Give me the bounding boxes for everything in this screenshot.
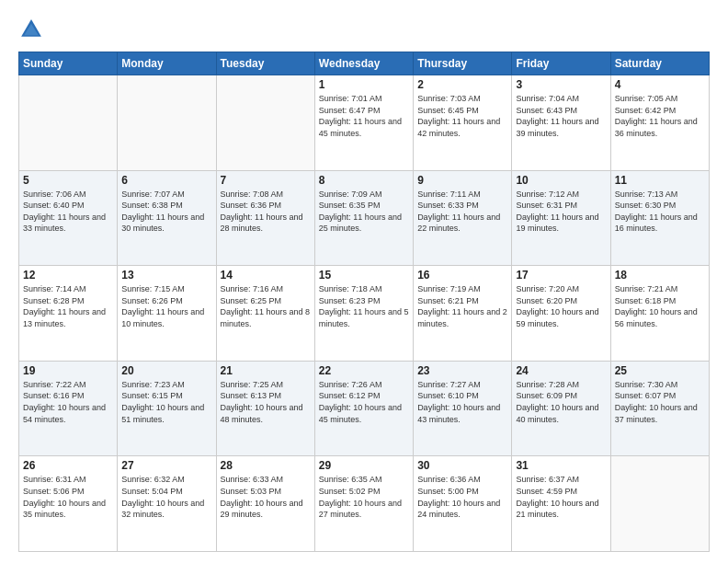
calendar-cell: 15Sunrise: 7:18 AM Sunset: 6:23 PM Dayli…: [314, 266, 413, 362]
calendar-cell: 24Sunrise: 7:28 AM Sunset: 6:09 PM Dayli…: [512, 361, 610, 456]
header: [18, 17, 710, 42]
calendar-cell: 23Sunrise: 7:27 AM Sunset: 6:10 PM Dayli…: [414, 361, 512, 456]
day-info: Sunrise: 7:07 AM Sunset: 6:38 PM Dayligh…: [121, 189, 211, 235]
day-number: 21: [221, 364, 311, 377]
day-number: 15: [319, 269, 409, 282]
calendar-week-row: 26Sunrise: 6:31 AM Sunset: 5:06 PM Dayli…: [19, 456, 710, 552]
calendar-cell: 9Sunrise: 7:11 AM Sunset: 6:33 PM Daylig…: [414, 170, 512, 266]
day-number: 31: [516, 459, 606, 472]
day-number: 29: [319, 459, 409, 472]
calendar-week-row: 1Sunrise: 7:01 AM Sunset: 6:47 PM Daylig…: [19, 75, 710, 171]
calendar-cell: [216, 75, 314, 171]
day-number: 19: [23, 364, 113, 377]
calendar-cell: 13Sunrise: 7:15 AM Sunset: 6:26 PM Dayli…: [118, 266, 216, 362]
day-number: 14: [221, 269, 311, 282]
day-info: Sunrise: 6:37 AM Sunset: 4:59 PM Dayligh…: [516, 474, 606, 520]
calendar-cell: 21Sunrise: 7:25 AM Sunset: 6:13 PM Dayli…: [216, 361, 314, 456]
day-info: Sunrise: 7:13 AM Sunset: 6:30 PM Dayligh…: [615, 189, 705, 235]
day-number: 28: [221, 459, 311, 472]
calendar-cell: 8Sunrise: 7:09 AM Sunset: 6:35 PM Daylig…: [314, 170, 413, 266]
day-info: Sunrise: 7:18 AM Sunset: 6:23 PM Dayligh…: [319, 283, 409, 329]
day-info: Sunrise: 7:01 AM Sunset: 6:47 PM Dayligh…: [319, 93, 409, 139]
day-number: 30: [417, 459, 507, 472]
day-info: Sunrise: 7:22 AM Sunset: 6:16 PM Dayligh…: [23, 379, 113, 425]
day-info: Sunrise: 7:27 AM Sunset: 6:10 PM Dayligh…: [417, 379, 507, 425]
calendar-cell: 31Sunrise: 6:37 AM Sunset: 4:59 PM Dayli…: [512, 456, 610, 552]
day-number: 13: [121, 269, 211, 282]
day-number: 26: [23, 459, 113, 472]
calendar-header-tuesday: Tuesday: [216, 52, 314, 75]
calendar-cell: [19, 75, 118, 171]
day-number: 8: [319, 174, 409, 187]
day-number: 4: [615, 78, 705, 91]
logo: [18, 17, 48, 42]
calendar-week-row: 5Sunrise: 7:06 AM Sunset: 6:40 PM Daylig…: [19, 170, 710, 266]
calendar-cell: 17Sunrise: 7:20 AM Sunset: 6:20 PM Dayli…: [512, 266, 610, 362]
day-info: Sunrise: 7:30 AM Sunset: 6:07 PM Dayligh…: [615, 379, 705, 425]
day-info: Sunrise: 7:12 AM Sunset: 6:31 PM Dayligh…: [516, 189, 606, 235]
calendar-cell: 20Sunrise: 7:23 AM Sunset: 6:15 PM Dayli…: [118, 361, 216, 456]
day-info: Sunrise: 7:16 AM Sunset: 6:25 PM Dayligh…: [221, 283, 311, 329]
calendar-header-wednesday: Wednesday: [314, 52, 413, 75]
calendar-cell: 4Sunrise: 7:05 AM Sunset: 6:42 PM Daylig…: [610, 75, 709, 171]
calendar-header-row: SundayMondayTuesdayWednesdayThursdayFrid…: [19, 52, 710, 75]
day-info: Sunrise: 7:03 AM Sunset: 6:45 PM Dayligh…: [417, 93, 507, 139]
day-info: Sunrise: 7:23 AM Sunset: 6:15 PM Dayligh…: [121, 379, 211, 425]
day-info: Sunrise: 7:26 AM Sunset: 6:12 PM Dayligh…: [319, 379, 409, 425]
calendar-cell: [118, 75, 216, 171]
calendar-cell: 11Sunrise: 7:13 AM Sunset: 6:30 PM Dayli…: [610, 170, 709, 266]
calendar-header-monday: Monday: [118, 52, 216, 75]
day-info: Sunrise: 7:08 AM Sunset: 6:36 PM Dayligh…: [221, 189, 311, 235]
calendar-cell: 16Sunrise: 7:19 AM Sunset: 6:21 PM Dayli…: [414, 266, 512, 362]
day-info: Sunrise: 6:32 AM Sunset: 5:04 PM Dayligh…: [121, 474, 211, 520]
calendar-cell: 26Sunrise: 6:31 AM Sunset: 5:06 PM Dayli…: [19, 456, 118, 552]
day-info: Sunrise: 6:31 AM Sunset: 5:06 PM Dayligh…: [23, 474, 113, 520]
calendar-cell: 2Sunrise: 7:03 AM Sunset: 6:45 PM Daylig…: [414, 75, 512, 171]
day-info: Sunrise: 7:05 AM Sunset: 6:42 PM Dayligh…: [615, 93, 705, 139]
day-info: Sunrise: 6:35 AM Sunset: 5:02 PM Dayligh…: [319, 474, 409, 520]
calendar-cell: 10Sunrise: 7:12 AM Sunset: 6:31 PM Dayli…: [512, 170, 610, 266]
calendar-cell: 6Sunrise: 7:07 AM Sunset: 6:38 PM Daylig…: [118, 170, 216, 266]
day-info: Sunrise: 7:25 AM Sunset: 6:13 PM Dayligh…: [221, 379, 311, 425]
calendar-cell: 19Sunrise: 7:22 AM Sunset: 6:16 PM Dayli…: [19, 361, 118, 456]
calendar-cell: [610, 456, 709, 552]
calendar-cell: 25Sunrise: 7:30 AM Sunset: 6:07 PM Dayli…: [610, 361, 709, 456]
day-number: 10: [516, 174, 606, 187]
day-number: 22: [319, 364, 409, 377]
calendar-week-row: 12Sunrise: 7:14 AM Sunset: 6:28 PM Dayli…: [19, 266, 710, 362]
day-info: Sunrise: 7:14 AM Sunset: 6:28 PM Dayligh…: [23, 283, 113, 329]
logo-icon: [18, 17, 44, 42]
calendar-header-sunday: Sunday: [19, 52, 118, 75]
day-number: 5: [23, 174, 113, 187]
day-number: 20: [121, 364, 211, 377]
day-number: 24: [516, 364, 606, 377]
calendar-cell: 18Sunrise: 7:21 AM Sunset: 6:18 PM Dayli…: [610, 266, 709, 362]
day-number: 27: [121, 459, 211, 472]
calendar-cell: 28Sunrise: 6:33 AM Sunset: 5:03 PM Dayli…: [216, 456, 314, 552]
day-number: 11: [615, 174, 705, 187]
calendar-cell: 3Sunrise: 7:04 AM Sunset: 6:43 PM Daylig…: [512, 75, 610, 171]
day-info: Sunrise: 7:11 AM Sunset: 6:33 PM Dayligh…: [417, 189, 507, 235]
day-info: Sunrise: 7:06 AM Sunset: 6:40 PM Dayligh…: [23, 189, 113, 235]
day-number: 12: [23, 269, 113, 282]
calendar-cell: 30Sunrise: 6:36 AM Sunset: 5:00 PM Dayli…: [414, 456, 512, 552]
calendar-header-saturday: Saturday: [610, 52, 709, 75]
day-number: 7: [221, 174, 311, 187]
day-info: Sunrise: 7:20 AM Sunset: 6:20 PM Dayligh…: [516, 283, 606, 329]
calendar-week-row: 19Sunrise: 7:22 AM Sunset: 6:16 PM Dayli…: [19, 361, 710, 456]
day-number: 17: [516, 269, 606, 282]
day-number: 1: [319, 78, 409, 91]
day-number: 3: [516, 78, 606, 91]
calendar-cell: 12Sunrise: 7:14 AM Sunset: 6:28 PM Dayli…: [19, 266, 118, 362]
day-number: 25: [615, 364, 705, 377]
calendar-cell: 1Sunrise: 7:01 AM Sunset: 6:47 PM Daylig…: [314, 75, 413, 171]
day-number: 6: [121, 174, 211, 187]
day-number: 23: [417, 364, 507, 377]
calendar-header-friday: Friday: [512, 52, 610, 75]
calendar-header-thursday: Thursday: [414, 52, 512, 75]
day-number: 2: [417, 78, 507, 91]
day-info: Sunrise: 7:28 AM Sunset: 6:09 PM Dayligh…: [516, 379, 606, 425]
day-info: Sunrise: 6:36 AM Sunset: 5:00 PM Dayligh…: [417, 474, 507, 520]
day-number: 18: [615, 269, 705, 282]
calendar-cell: 29Sunrise: 6:35 AM Sunset: 5:02 PM Dayli…: [314, 456, 413, 552]
